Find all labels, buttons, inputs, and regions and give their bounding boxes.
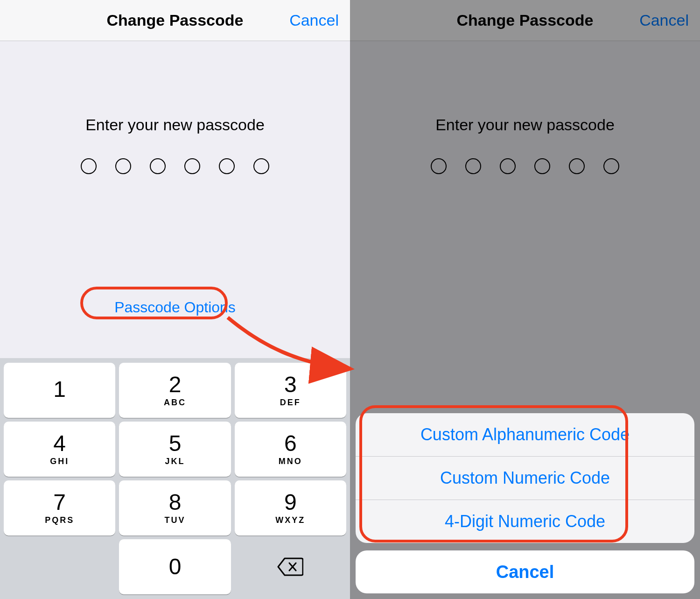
keypad-backspace[interactable] — [235, 539, 346, 594]
backspace-icon — [277, 557, 303, 576]
passcode-dot — [150, 158, 166, 174]
key-digit: 6 — [284, 432, 297, 455]
passcode-entry-area: Enter your new passcode — [0, 41, 350, 174]
prompt-text: Enter your new passcode — [0, 116, 350, 134]
keypad-key-4[interactable]: 4 GHI — [4, 422, 115, 477]
keypad-key-7[interactable]: 7 PQRS — [4, 480, 115, 536]
key-letters: WXYZ — [275, 515, 305, 525]
keypad-spacer — [4, 539, 115, 594]
key-letters: ABC — [164, 398, 186, 408]
option-custom-numeric[interactable]: Custom Numeric Code — [356, 457, 694, 500]
navbar: Change Passcode Cancel — [0, 0, 350, 41]
numeric-keypad: 1 2 ABC 3 DEF 4 GHI 5 — [0, 358, 350, 599]
option-custom-alphanumeric[interactable]: Custom Alphanumeric Code — [356, 413, 694, 456]
passcode-dot — [219, 158, 235, 174]
key-digit: 1 — [53, 378, 66, 401]
keypad-key-8[interactable]: 8 TUV — [119, 480, 231, 536]
passcode-options-action-sheet: Custom Alphanumeric Code Custom Numeric … — [356, 413, 694, 593]
passcode-dot — [184, 158, 200, 174]
keypad-key-9[interactable]: 9 WXYZ — [235, 480, 346, 536]
option-4-digit-numeric[interactable]: 4-Digit Numeric Code — [356, 500, 694, 543]
key-letters: JKL — [165, 457, 185, 466]
key-letters: GHI — [50, 457, 69, 466]
key-digit: 9 — [284, 491, 297, 514]
passcode-options-link[interactable]: Passcode Options — [114, 299, 236, 316]
key-letters: MNO — [279, 457, 302, 466]
key-digit: 5 — [169, 432, 182, 455]
key-letters: TUV — [164, 515, 185, 525]
screenshot-left: Change Passcode Cancel Enter your new pa… — [0, 0, 350, 599]
keypad-key-5[interactable]: 5 JKL — [119, 422, 231, 477]
keypad-key-6[interactable]: 6 MNO — [235, 422, 346, 477]
action-sheet-options-group: Custom Alphanumeric Code Custom Numeric … — [356, 413, 694, 543]
action-sheet-cancel-button[interactable]: Cancel — [356, 550, 694, 593]
key-digit: 8 — [169, 491, 182, 514]
key-digit: 0 — [169, 556, 182, 578]
key-digit: 7 — [53, 491, 66, 514]
passcode-dot — [253, 158, 269, 174]
keypad-key-0[interactable]: 0 — [119, 539, 231, 594]
key-letters: PQRS — [45, 515, 74, 525]
passcode-dot — [81, 158, 97, 174]
keypad-key-2[interactable]: 2 ABC — [119, 363, 231, 418]
navbar-title: Change Passcode — [107, 11, 244, 29]
key-digit: 4 — [53, 432, 66, 455]
screenshot-right: Change Passcode Cancel Enter your new pa… — [350, 0, 700, 599]
key-digit: 3 — [284, 373, 297, 396]
passcode-dot — [115, 158, 131, 174]
key-letters: DEF — [280, 398, 301, 408]
keypad-key-3[interactable]: 3 DEF — [235, 363, 346, 418]
cancel-button[interactable]: Cancel — [289, 11, 339, 29]
passcode-dots — [0, 158, 350, 174]
key-digit: 2 — [169, 373, 182, 396]
keypad-key-1[interactable]: 1 — [4, 363, 115, 418]
